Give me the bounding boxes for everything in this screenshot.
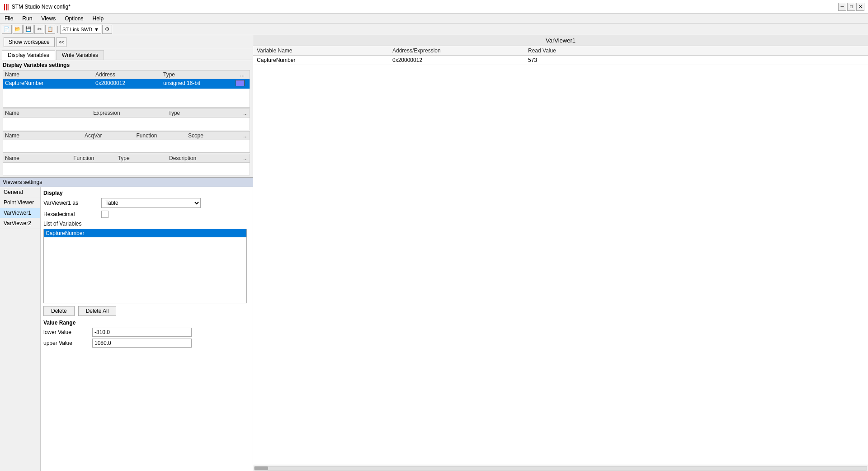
col3-header-name: Name — [5, 132, 85, 139]
sidebar-item-varviewer2[interactable]: VarViewer2 — [0, 218, 40, 229]
color-swatch — [236, 80, 245, 86]
col-header-address: Address — [95, 71, 163, 78]
col2-header-name: Name — [5, 110, 93, 116]
lower-value-row: lower Value — [43, 328, 250, 337]
table3: Name AcqVar Function Scope ... — [3, 131, 250, 153]
table-row[interactable]: CaptureNumber 0x20000012 573 — [253, 56, 868, 65]
menu-bar: File Run Views Options Help — [0, 14, 868, 24]
menu-run[interactable]: Run — [19, 14, 35, 23]
vars-list[interactable]: CaptureNumber — [43, 229, 247, 303]
upper-value-label: upper Value — [43, 340, 89, 346]
cut-button[interactable]: ✂ — [34, 25, 44, 34]
table-row[interactable]: CaptureNumber 0x20000012 unsigned 16-bit — [3, 79, 250, 89]
hexadecimal-label: Hexadecimal — [43, 211, 98, 217]
table4: Name Function Type Description ... — [3, 154, 250, 175]
display-section-title: Display — [43, 190, 250, 196]
collapse-button[interactable]: << — [57, 37, 66, 47]
delete-all-button[interactable]: Delete All — [78, 306, 117, 316]
col2-header-expression: Expression — [93, 110, 168, 116]
delete-button[interactable]: Delete — [43, 306, 75, 316]
dropdown-arrow-icon: ▼ — [94, 27, 99, 32]
minimize-button[interactable]: ─ — [838, 3, 846, 11]
toolbar-sep — [57, 26, 58, 33]
col4-header-type: Type — [118, 155, 169, 161]
upper-value-input[interactable] — [92, 339, 192, 348]
row-color — [231, 80, 245, 88]
show-workspace-bar: Show workspace << — [0, 35, 253, 49]
maximize-button[interactable]: □ — [847, 3, 855, 11]
settings-button[interactable]: ⚙ — [102, 25, 112, 34]
app-icon: ||| — [4, 3, 9, 10]
connection-dropdown[interactable]: ST-Link SWD ▼ — [60, 25, 101, 34]
col4-header-function: Function — [73, 155, 118, 161]
vv-row-varname: CaptureNumber — [257, 57, 392, 63]
vv-row-value: 573 — [528, 57, 864, 63]
vv-row-address: 0x20000012 — [392, 57, 528, 63]
menu-file[interactable]: File — [2, 14, 16, 23]
show-workspace-button[interactable]: Show workspace — [4, 37, 55, 47]
sidebar-item-general[interactable]: General — [0, 187, 40, 198]
lower-value-label: lower Value — [43, 329, 89, 335]
tab-write-variables[interactable]: Write Variables — [56, 50, 104, 60]
varviewer-title: VarViewer1 — [253, 35, 868, 46]
varviewer1-as-label: VarViewer1 as — [43, 200, 98, 206]
vv-col-address: Address/Expression — [392, 47, 528, 54]
col4-header-name: Name — [5, 155, 73, 161]
value-range-section: Value Range lower Value upper Value — [43, 320, 250, 348]
viewers-settings-header: Viewers settings — [0, 177, 253, 187]
viewers-content: Display VarViewer1 as Table Hexadecimal — [41, 187, 253, 471]
left-panel: Show workspace << Display Variables Writ… — [0, 35, 253, 471]
col-header-type: Type — [163, 71, 231, 78]
col4-header-description: Description — [169, 155, 237, 161]
varviewer1-as-row: VarViewer1 as Table — [43, 198, 250, 208]
row-address: 0x20000012 — [95, 80, 163, 88]
list-of-vars-label: List of Variables — [43, 221, 250, 227]
vv-col-value: Read Value — [528, 47, 864, 54]
main-container: Show workspace << Display Variables Writ… — [0, 35, 868, 471]
col-header-name: Name — [5, 71, 95, 78]
table1-empty-space — [3, 89, 250, 107]
menu-views[interactable]: Views — [38, 14, 58, 23]
save-button[interactable]: 💾 — [24, 25, 33, 34]
col2-header-type: Type — [168, 110, 234, 116]
sidebar-item-point-viewer[interactable]: Point Viewer — [0, 198, 40, 208]
table1: Name Address Type ... CaptureNumber 0x20… — [3, 70, 250, 108]
col4-header-more: ... — [237, 155, 248, 161]
scrollbar-thumb[interactable] — [255, 466, 268, 470]
table4-header: Name Function Type Description ... — [3, 154, 250, 163]
paste-button[interactable]: 📋 — [45, 25, 55, 34]
title-bar: ||| STM Studio New config* ─ □ ✕ — [0, 0, 868, 14]
tab-display-variables[interactable]: Display Variables — [2, 50, 55, 60]
table1-header: Name Address Type ... — [3, 71, 250, 79]
list-item[interactable]: CaptureNumber — [44, 229, 246, 237]
hexadecimal-row: Hexadecimal — [43, 211, 250, 218]
viewers-container: General Point Viewer VarViewer1 VarViewe… — [0, 187, 253, 471]
toolbar: 📄 📂 💾 ✂ 📋 ST-Link SWD ▼ ⚙ — [0, 24, 868, 35]
sidebar-item-varviewer1[interactable]: VarViewer1 — [0, 208, 40, 218]
varviewer1-as-select[interactable]: Table — [101, 198, 201, 208]
col3-header-function: Function — [137, 132, 188, 139]
hexadecimal-checkbox[interactable] — [101, 211, 108, 218]
menu-options[interactable]: Options — [62, 14, 86, 23]
scrollbar-track[interactable] — [254, 466, 867, 471]
new-button[interactable]: 📄 — [2, 25, 12, 34]
row-name: CaptureNumber — [5, 80, 95, 88]
connection-label: ST-Link SWD — [62, 27, 92, 32]
varviewer-table-header: Variable Name Address/Expression Read Va… — [253, 46, 868, 56]
table2: Name Expression Type ... — [3, 108, 250, 130]
col3-header-scope: Scope — [188, 132, 236, 139]
app-title: STM Studio New config* — [12, 4, 71, 10]
display-vars-settings-label: Display Variables settings — [0, 60, 253, 69]
close-button[interactable]: ✕ — [856, 3, 864, 11]
scrollbar-bottom[interactable] — [253, 465, 868, 471]
open-button[interactable]: 📂 — [13, 25, 23, 34]
viewers-sidebar: General Point Viewer VarViewer1 VarViewe… — [0, 187, 41, 471]
col2-header-more: ... — [235, 110, 248, 116]
menu-help[interactable]: Help — [90, 14, 107, 23]
col-header-more: ... — [231, 71, 245, 78]
value-range-title: Value Range — [43, 320, 250, 326]
right-panel: VarViewer1 Variable Name Address/Express… — [253, 35, 868, 471]
tabs-bar: Display Variables Write Variables — [0, 49, 253, 60]
lower-value-input[interactable] — [92, 328, 192, 337]
vv-col-varname: Variable Name — [257, 47, 392, 54]
